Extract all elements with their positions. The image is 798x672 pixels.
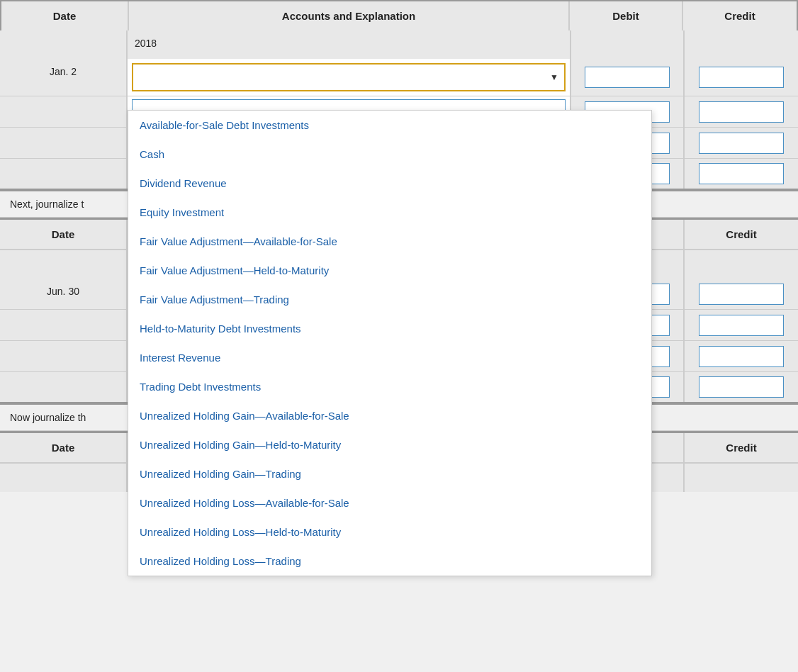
jun30-date: Jun. 30: [0, 279, 128, 309]
dropdown-item-5[interactable]: Fair Value Adjustment—Held-to-Maturity: [128, 256, 651, 285]
dropdown-item-13[interactable]: Unrealized Holding Loss—Available-for-Sa…: [128, 488, 651, 517]
header-accounts-1: Accounts and Explanation: [129, 1, 570, 30]
jun30-date-2: [0, 310, 128, 340]
dropdown-item-3[interactable]: Equity Investment: [128, 198, 651, 227]
jan2-debit-input-1[interactable]: [585, 67, 670, 88]
jun30-date-4: [0, 372, 128, 402]
jan2-credit-cell: [685, 59, 798, 96]
year-credit-3: [685, 464, 798, 492]
dropdown-item-10[interactable]: Unrealized Holding Gain—Available-for-Sa…: [128, 401, 651, 430]
year-credit-1: [685, 30, 798, 59]
jun30-credit-cell-3: [685, 341, 798, 371]
table-header-1: Date Accounts and Explanation Debit Cred…: [0, 0, 798, 30]
jan2-credit-input-3[interactable]: [699, 133, 784, 154]
header-credit-2: Credit: [685, 220, 798, 249]
jan2-credit-input-1[interactable]: [699, 67, 784, 88]
jun30-credit-input-2[interactable]: [699, 315, 784, 336]
year-row-1: 2018: [0, 30, 798, 59]
account-select-1[interactable]: [133, 65, 564, 90]
jan2-date: Jan. 2: [0, 59, 128, 96]
year-debit-1: [571, 30, 685, 59]
jan2-credit-cell-4: [685, 159, 798, 189]
jan2-credit-cell-2: [685, 96, 798, 127]
jan2-credit-input-4[interactable]: [699, 163, 784, 184]
header-credit-1: Credit: [683, 1, 797, 30]
jun30-credit-cell-4: [685, 372, 798, 402]
jun30-credit-input-1[interactable]: [699, 284, 784, 305]
dropdown-item-7[interactable]: Held-to-Maturity Debt Investments: [128, 314, 651, 343]
dropdown-item-2[interactable]: Dividend Revenue: [128, 169, 651, 198]
header-date-3: Date: [0, 433, 128, 462]
year-cell-1: [0, 30, 128, 59]
dropdown-item-12[interactable]: Unrealized Holding Gain—Trading: [128, 459, 651, 488]
dropdown-item-0[interactable]: Available-for-Sale Debt Investments: [128, 111, 651, 140]
account-select-wrapper[interactable]: ▼: [132, 63, 566, 91]
jan2-credit-input-2[interactable]: [699, 101, 784, 123]
jan2-date-4: [0, 159, 128, 189]
dropdown-item-14[interactable]: Unrealized Holding Loss—Held-to-Maturity: [128, 517, 651, 547]
jan2-account-cell: ▼: [128, 59, 571, 96]
jan2-debit-cell: [571, 59, 685, 96]
year-cell-2: [0, 250, 128, 279]
header-date-1: Date: [1, 1, 129, 30]
jan2-credit-cell-3: [685, 128, 798, 158]
dropdown-item-9[interactable]: Trading Debt Investments: [128, 372, 651, 401]
dropdown-item-15[interactable]: Unrealized Holding Loss—Trading: [128, 547, 651, 576]
jun30-credit-input-4[interactable]: [699, 376, 784, 398]
year-label-1: 2018: [128, 30, 571, 59]
dropdown-item-8[interactable]: Interest Revenue: [128, 343, 651, 372]
jan2-date-2: [0, 96, 128, 127]
year-credit-2: [685, 250, 798, 279]
header-credit-3: Credit: [685, 433, 798, 462]
header-debit-1: Debit: [570, 1, 683, 30]
jun30-credit-input-3[interactable]: [699, 346, 784, 367]
year-cell-3: [0, 464, 128, 492]
dropdown-item-4[interactable]: Fair Value Adjustment—Available-for-Sale: [128, 227, 651, 256]
jun30-date-3: [0, 341, 128, 371]
dropdown-overlay: Available-for-Sale Debt Investments Cash…: [128, 110, 652, 576]
jun30-credit-cell-2: [685, 310, 798, 340]
dropdown-item-1[interactable]: Cash: [128, 140, 651, 169]
journal-table: Date Accounts and Explanation Debit Cred…: [0, 0, 798, 492]
dropdown-item-11[interactable]: Unrealized Holding Gain—Held-to-Maturity: [128, 430, 651, 459]
header-date-2: Date: [0, 220, 128, 249]
dropdown-item-6[interactable]: Fair Value Adjustment—Trading: [128, 285, 651, 314]
jun30-credit-cell-1: [685, 279, 798, 309]
jan2-row: Jan. 2 ▼: [0, 59, 798, 96]
jan2-date-3: [0, 128, 128, 158]
